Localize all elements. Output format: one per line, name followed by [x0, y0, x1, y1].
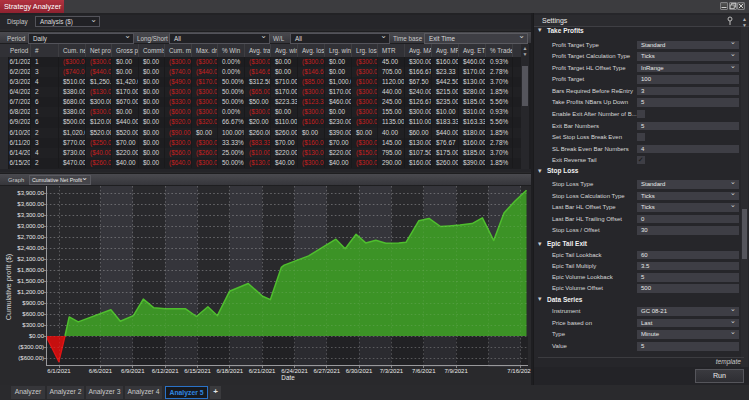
svg-text:6/1/2021: 6/1/2021 — [47, 368, 71, 374]
svg-text:($600.00): ($600.00) — [18, 355, 44, 361]
svg-text:7/9/2021: 7/9/2021 — [444, 368, 468, 374]
svg-text:$1,800.00: $1,800.00 — [17, 267, 44, 273]
svg-text:6/12/2021: 6/12/2021 — [152, 368, 179, 374]
svg-text:Date: Date — [281, 374, 295, 381]
svg-text:$900.00: $900.00 — [22, 300, 44, 306]
svg-text:($300.00): ($300.00) — [18, 344, 44, 350]
svg-text:$1,200.00: $1,200.00 — [17, 289, 44, 295]
svg-text:7/16/2021: 7/16/2021 — [507, 368, 531, 374]
svg-text:$1,500.00: $1,500.00 — [17, 278, 44, 284]
svg-text:$2,400.00: $2,400.00 — [17, 245, 44, 251]
svg-text:$600.00: $600.00 — [22, 311, 44, 317]
svg-text:$3,900.00: $3,900.00 — [17, 190, 44, 196]
svg-text:7/6/2021: 7/6/2021 — [412, 368, 436, 374]
svg-text:6/27/2021: 6/27/2021 — [313, 368, 340, 374]
svg-text:$300.00: $300.00 — [22, 322, 44, 328]
svg-text:$2,100.00: $2,100.00 — [17, 256, 44, 262]
svg-text:$2,700.00: $2,700.00 — [17, 234, 44, 240]
svg-text:6/6/2021: 6/6/2021 — [89, 368, 113, 374]
svg-text:6/30/2021: 6/30/2021 — [346, 368, 373, 374]
svg-text:6/21/2021: 6/21/2021 — [249, 368, 276, 374]
svg-text:7/3/2021: 7/3/2021 — [380, 368, 404, 374]
svg-text:Cumulative profit ($): Cumulative profit ($) — [4, 254, 13, 321]
svg-text:$3,600.00: $3,600.00 — [17, 201, 44, 207]
svg-text:$3,300.00: $3,300.00 — [17, 212, 44, 218]
svg-text:6/9/2021: 6/9/2021 — [121, 368, 145, 374]
svg-text:6/15/2021: 6/15/2021 — [184, 368, 211, 374]
svg-text:$3,000.00: $3,000.00 — [17, 223, 44, 229]
svg-text:6/18/2021: 6/18/2021 — [216, 368, 243, 374]
svg-text:$0.00: $0.00 — [29, 333, 45, 339]
